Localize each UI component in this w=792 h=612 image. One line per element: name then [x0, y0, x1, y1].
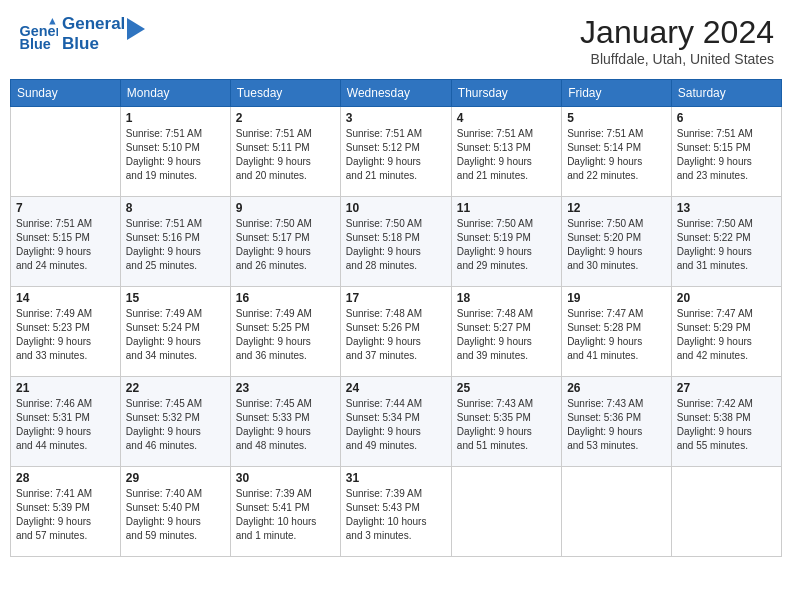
day-info: Sunrise: 7:50 AMSunset: 5:20 PMDaylight:… — [567, 217, 666, 273]
day-info: Sunrise: 7:39 AMSunset: 5:41 PMDaylight:… — [236, 487, 335, 543]
day-number: 20 — [677, 291, 776, 305]
day-number: 1 — [126, 111, 225, 125]
week-row-3: 14Sunrise: 7:49 AMSunset: 5:23 PMDayligh… — [11, 287, 782, 377]
day-info: Sunrise: 7:39 AMSunset: 5:43 PMDaylight:… — [346, 487, 446, 543]
day-number: 11 — [457, 201, 556, 215]
calendar-cell: 28Sunrise: 7:41 AMSunset: 5:39 PMDayligh… — [11, 467, 121, 557]
day-number: 29 — [126, 471, 225, 485]
weekday-thursday: Thursday — [451, 80, 561, 107]
day-info: Sunrise: 7:51 AMSunset: 5:11 PMDaylight:… — [236, 127, 335, 183]
day-number: 4 — [457, 111, 556, 125]
day-info: Sunrise: 7:51 AMSunset: 5:12 PMDaylight:… — [346, 127, 446, 183]
weekday-header-row: SundayMondayTuesdayWednesdayThursdayFrid… — [11, 80, 782, 107]
day-info: Sunrise: 7:44 AMSunset: 5:34 PMDaylight:… — [346, 397, 446, 453]
day-number: 7 — [16, 201, 115, 215]
day-number: 22 — [126, 381, 225, 395]
calendar-cell: 2Sunrise: 7:51 AMSunset: 5:11 PMDaylight… — [230, 107, 340, 197]
day-info: Sunrise: 7:51 AMSunset: 5:16 PMDaylight:… — [126, 217, 225, 273]
calendar-table: SundayMondayTuesdayWednesdayThursdayFrid… — [10, 79, 782, 557]
day-info: Sunrise: 7:51 AMSunset: 5:13 PMDaylight:… — [457, 127, 556, 183]
day-info: Sunrise: 7:46 AMSunset: 5:31 PMDaylight:… — [16, 397, 115, 453]
calendar-body: 1Sunrise: 7:51 AMSunset: 5:10 PMDaylight… — [11, 107, 782, 557]
day-number: 30 — [236, 471, 335, 485]
calendar-cell: 6Sunrise: 7:51 AMSunset: 5:15 PMDaylight… — [671, 107, 781, 197]
day-info: Sunrise: 7:48 AMSunset: 5:26 PMDaylight:… — [346, 307, 446, 363]
calendar-cell: 1Sunrise: 7:51 AMSunset: 5:10 PMDaylight… — [120, 107, 230, 197]
week-row-5: 28Sunrise: 7:41 AMSunset: 5:39 PMDayligh… — [11, 467, 782, 557]
day-info: Sunrise: 7:50 AMSunset: 5:18 PMDaylight:… — [346, 217, 446, 273]
day-number: 17 — [346, 291, 446, 305]
calendar-cell: 31Sunrise: 7:39 AMSunset: 5:43 PMDayligh… — [340, 467, 451, 557]
calendar-cell: 15Sunrise: 7:49 AMSunset: 5:24 PMDayligh… — [120, 287, 230, 377]
day-number: 14 — [16, 291, 115, 305]
calendar-cell: 17Sunrise: 7:48 AMSunset: 5:26 PMDayligh… — [340, 287, 451, 377]
calendar-cell: 29Sunrise: 7:40 AMSunset: 5:40 PMDayligh… — [120, 467, 230, 557]
day-number: 27 — [677, 381, 776, 395]
calendar-cell: 10Sunrise: 7:50 AMSunset: 5:18 PMDayligh… — [340, 197, 451, 287]
day-number: 8 — [126, 201, 225, 215]
day-number: 2 — [236, 111, 335, 125]
day-number: 6 — [677, 111, 776, 125]
week-row-1: 1Sunrise: 7:51 AMSunset: 5:10 PMDaylight… — [11, 107, 782, 197]
day-info: Sunrise: 7:40 AMSunset: 5:40 PMDaylight:… — [126, 487, 225, 543]
day-info: Sunrise: 7:49 AMSunset: 5:24 PMDaylight:… — [126, 307, 225, 363]
svg-marker-3 — [127, 18, 145, 40]
logo-general: General — [62, 14, 125, 34]
day-info: Sunrise: 7:51 AMSunset: 5:14 PMDaylight:… — [567, 127, 666, 183]
calendar-cell: 26Sunrise: 7:43 AMSunset: 5:36 PMDayligh… — [562, 377, 672, 467]
day-info: Sunrise: 7:45 AMSunset: 5:33 PMDaylight:… — [236, 397, 335, 453]
day-number: 18 — [457, 291, 556, 305]
calendar-cell: 22Sunrise: 7:45 AMSunset: 5:32 PMDayligh… — [120, 377, 230, 467]
svg-marker-2 — [49, 18, 55, 24]
logo-blue: Blue — [62, 34, 125, 54]
weekday-saturday: Saturday — [671, 80, 781, 107]
calendar-cell: 7Sunrise: 7:51 AMSunset: 5:15 PMDaylight… — [11, 197, 121, 287]
page-header: General Blue General Blue January 2024 B… — [10, 10, 782, 71]
calendar-cell: 8Sunrise: 7:51 AMSunset: 5:16 PMDaylight… — [120, 197, 230, 287]
day-number: 16 — [236, 291, 335, 305]
day-info: Sunrise: 7:43 AMSunset: 5:36 PMDaylight:… — [567, 397, 666, 453]
weekday-monday: Monday — [120, 80, 230, 107]
day-number: 23 — [236, 381, 335, 395]
day-number: 12 — [567, 201, 666, 215]
logo: General Blue General Blue — [18, 14, 145, 55]
location: Bluffdale, Utah, United States — [580, 51, 774, 67]
logo-icon: General Blue — [18, 14, 58, 54]
title-block: January 2024 Bluffdale, Utah, United Sta… — [580, 14, 774, 67]
day-number: 3 — [346, 111, 446, 125]
calendar-cell: 12Sunrise: 7:50 AMSunset: 5:20 PMDayligh… — [562, 197, 672, 287]
day-info: Sunrise: 7:49 AMSunset: 5:25 PMDaylight:… — [236, 307, 335, 363]
calendar-cell: 5Sunrise: 7:51 AMSunset: 5:14 PMDaylight… — [562, 107, 672, 197]
logo-arrow-icon — [127, 18, 145, 40]
calendar-cell — [451, 467, 561, 557]
calendar-cell: 21Sunrise: 7:46 AMSunset: 5:31 PMDayligh… — [11, 377, 121, 467]
day-info: Sunrise: 7:50 AMSunset: 5:19 PMDaylight:… — [457, 217, 556, 273]
day-info: Sunrise: 7:51 AMSunset: 5:15 PMDaylight:… — [677, 127, 776, 183]
day-number: 26 — [567, 381, 666, 395]
calendar-cell — [562, 467, 672, 557]
day-info: Sunrise: 7:51 AMSunset: 5:10 PMDaylight:… — [126, 127, 225, 183]
day-number: 28 — [16, 471, 115, 485]
month-title: January 2024 — [580, 14, 774, 51]
week-row-4: 21Sunrise: 7:46 AMSunset: 5:31 PMDayligh… — [11, 377, 782, 467]
day-info: Sunrise: 7:49 AMSunset: 5:23 PMDaylight:… — [16, 307, 115, 363]
calendar-cell: 19Sunrise: 7:47 AMSunset: 5:28 PMDayligh… — [562, 287, 672, 377]
day-number: 31 — [346, 471, 446, 485]
day-number: 19 — [567, 291, 666, 305]
day-number: 13 — [677, 201, 776, 215]
calendar-cell: 16Sunrise: 7:49 AMSunset: 5:25 PMDayligh… — [230, 287, 340, 377]
svg-text:Blue: Blue — [20, 37, 51, 53]
calendar-cell: 3Sunrise: 7:51 AMSunset: 5:12 PMDaylight… — [340, 107, 451, 197]
day-number: 10 — [346, 201, 446, 215]
calendar-cell: 24Sunrise: 7:44 AMSunset: 5:34 PMDayligh… — [340, 377, 451, 467]
calendar-cell: 27Sunrise: 7:42 AMSunset: 5:38 PMDayligh… — [671, 377, 781, 467]
calendar-cell — [671, 467, 781, 557]
calendar-cell: 25Sunrise: 7:43 AMSunset: 5:35 PMDayligh… — [451, 377, 561, 467]
calendar-cell — [11, 107, 121, 197]
calendar-cell: 18Sunrise: 7:48 AMSunset: 5:27 PMDayligh… — [451, 287, 561, 377]
calendar-cell: 14Sunrise: 7:49 AMSunset: 5:23 PMDayligh… — [11, 287, 121, 377]
day-number: 21 — [16, 381, 115, 395]
day-number: 9 — [236, 201, 335, 215]
calendar-cell: 13Sunrise: 7:50 AMSunset: 5:22 PMDayligh… — [671, 197, 781, 287]
calendar-cell: 23Sunrise: 7:45 AMSunset: 5:33 PMDayligh… — [230, 377, 340, 467]
